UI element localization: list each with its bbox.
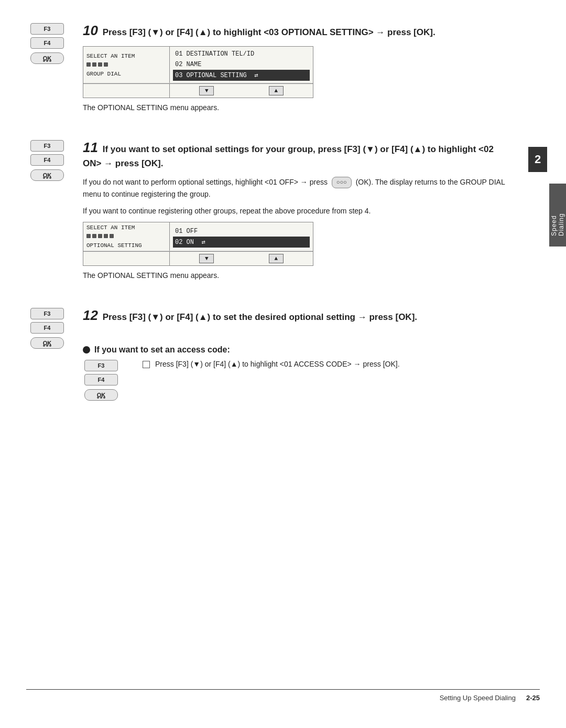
footer-page-number: 2-25 <box>526 694 540 702</box>
step-10-buttons: F3 F4 OK <box>26 23 68 64</box>
lcd-nav-left <box>83 84 170 98</box>
lcd-nav-right: ▼ ▲ <box>170 84 313 98</box>
lcd-11-nav-down: ▼ <box>199 254 214 263</box>
lcd-11-right-panel: 01 OFF 02 ON ⇄ <box>170 222 313 251</box>
step-11-lcd: SELECT AN ITEM OPTIONAL SETTING 01 OFF 0… <box>83 222 313 266</box>
f4-button: F4 <box>30 37 64 49</box>
step-11-body2: If you want to continue registering othe… <box>83 205 508 217</box>
f3-button-11: F3 <box>30 140 64 152</box>
footer-label: Setting Up Speed Dialing <box>440 694 516 702</box>
step-11-heading: 11 If you want to set optional settings … <box>83 138 508 169</box>
step-10-lcd: SELECT AN ITEM GROUP DIAL 01 DESTINATION… <box>83 46 313 98</box>
lcd-left-title: SELECT AN ITEM <box>86 53 166 59</box>
lcd-item-2: 02 NAME <box>173 59 310 70</box>
lcd-11-dots <box>86 234 166 238</box>
ok-button-11: OK <box>30 169 64 181</box>
step-11-caption: The OPTIONAL SETTING menu appears. <box>83 271 508 280</box>
step-10-content: 10 Press [F3] (▼) or [F4] (▲) to highlig… <box>83 21 535 119</box>
step-10-caption: The OPTIONAL SETTING menu appears. <box>83 103 508 112</box>
side-tab: Speed Dialing <box>549 184 566 247</box>
lcd-11-item-1: 01 OFF <box>173 226 310 237</box>
lcd-item-1: 01 DESTINATION TEL/ID <box>173 49 310 59</box>
lcd-left-panel: SELECT AN ITEM GROUP DIAL <box>83 47 170 83</box>
lcd-11-left-item: OPTIONAL SETTING <box>86 242 166 249</box>
lcd-nav-up: ▲ <box>269 86 284 95</box>
f4-button-ac: F4 <box>84 374 118 386</box>
footer: Setting Up Speed Dialing 2-25 <box>26 689 540 702</box>
lcd-dots <box>86 62 166 67</box>
access-code-buttons: F3 F4 OK <box>83 360 119 401</box>
lcd-left-item: GROUP DIAL <box>86 71 166 77</box>
f3-button-12: F3 <box>30 308 64 319</box>
lcd-11-item-2-highlighted: 02 ON ⇄ <box>173 237 310 248</box>
f4-button-11: F4 <box>30 154 64 166</box>
lcd-11-nav-up: ▲ <box>269 254 284 263</box>
ok-button-12: OK <box>30 337 64 349</box>
access-code-section: If you want to set an access code: F3 F4… <box>83 340 508 401</box>
step-11-buttons: F3 F4 OK <box>26 140 68 181</box>
f3-button-ac: F3 <box>84 360 118 371</box>
step-11-content: 11 If you want to set optional settings … <box>83 138 535 287</box>
step-12-buttons: F3 F4 OK <box>26 308 68 349</box>
step-12-content: 12 Press [F3] (▼) or [F4] (▲) to set the… <box>83 306 535 400</box>
lcd-11-nav-row: ▼ ▲ <box>83 251 313 265</box>
lcd-item-3-highlighted: 03 OPTIONAL SETTING ⇄ <box>173 70 310 81</box>
lcd-11-nav-right: ▼ ▲ <box>170 252 313 265</box>
step-10-section: F3 F4 OK 10 Press [F3] (▼) or [F4] (▲) t… <box>26 21 535 119</box>
step-12-section: F3 F4 OK 12 Press [F3] (▼) or [F4] (▲) t… <box>26 306 535 400</box>
lcd-11-left-title: SELECT AN ITEM <box>86 224 166 231</box>
lcd-11-nav-left <box>83 252 170 265</box>
lcd-nav-down: ▼ <box>199 86 214 95</box>
lcd-right-panel: 01 DESTINATION TEL/ID 02 NAME 03 OPTIONA… <box>170 47 313 83</box>
f4-button-12: F4 <box>30 322 64 334</box>
page-number: 2 <box>528 147 547 172</box>
step-12-heading: 12 Press [F3] (▼) or [F4] (▲) to set the… <box>83 306 508 325</box>
step-11-body1: If you do not want to perform optional s… <box>83 176 508 200</box>
access-code-heading: If you want to set an access code: <box>83 345 508 355</box>
lcd-nav-row: ▼ ▲ <box>83 83 313 98</box>
ok-button-ac: OK <box>84 389 118 401</box>
step-11-section: F3 F4 OK 11 If you want to set optional … <box>26 138 535 287</box>
f3-button: F3 <box>30 23 64 35</box>
bullet-icon <box>83 346 90 354</box>
access-code-item: Press [F3] (▼) or [F4] (▲) to highlight … <box>143 360 400 368</box>
access-code-content: F3 F4 OK Press [F3] (▼) or [F4] (▲) to h… <box>83 360 508 401</box>
step-10-heading: 10 Press [F3] (▼) or [F4] (▲) to highlig… <box>83 21 508 40</box>
lcd-11-main-row: SELECT AN ITEM OPTIONAL SETTING 01 OFF 0… <box>83 222 313 251</box>
ok-button: OK <box>30 52 64 64</box>
lcd-11-left-panel: SELECT AN ITEM OPTIONAL SETTING <box>83 222 170 251</box>
checkbox-icon <box>143 361 150 368</box>
lcd-main-row: SELECT AN ITEM GROUP DIAL 01 DESTINATION… <box>83 47 313 83</box>
